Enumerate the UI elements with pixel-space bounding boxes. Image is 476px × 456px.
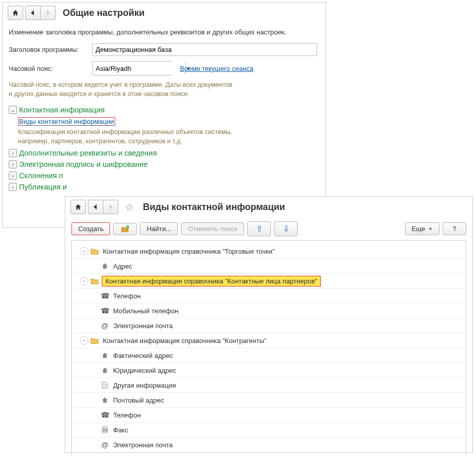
general-settings-window: Общие настройки Изменение заголовка прог… <box>2 2 326 4</box>
nav-bar: Общие настройки <box>3 3 325 4</box>
